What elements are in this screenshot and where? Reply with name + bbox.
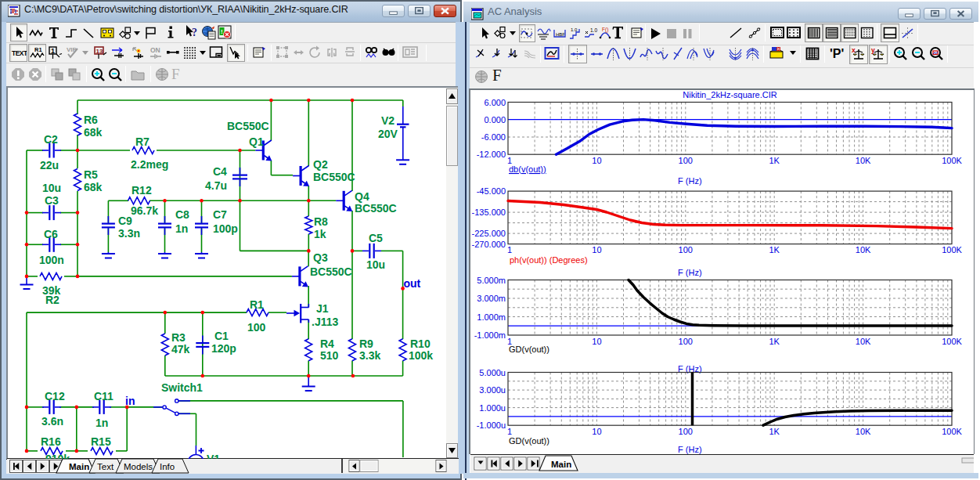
svg-text:!: ! [221, 28, 223, 35]
svg-text:1K: 1K [769, 156, 780, 165]
svg-text:10u: 10u [366, 258, 385, 271]
svg-text:100: 100 [679, 245, 693, 254]
svg-text:100K: 100K [942, 337, 962, 346]
svg-text:100p: 100p [213, 222, 238, 235]
svg-text:3.6n: 3.6n [41, 415, 63, 428]
svg-text:100: 100 [679, 337, 693, 346]
svg-text:.J113: .J113 [312, 316, 338, 328]
svg-text:1K: 1K [769, 245, 780, 254]
svg-text:910k: 910k [45, 453, 70, 459]
svg-text:ON: ON [150, 46, 160, 54]
svg-text:3.000m: 3.000m [477, 294, 506, 303]
svg-text:Main: Main [69, 462, 89, 471]
svg-text:510: 510 [320, 349, 339, 362]
svg-text:100n: 100n [39, 254, 64, 266]
svg-text:F (Hz): F (Hz) [678, 364, 702, 374]
svg-text:5.000u: 5.000u [479, 368, 506, 377]
svg-text:10K: 10K [856, 245, 871, 254]
svg-text:100K: 100K [942, 156, 962, 165]
svg-text:22u: 22u [40, 159, 59, 171]
svg-text:10: 10 [592, 156, 601, 165]
svg-text:GD(v(out)): GD(v(out)) [509, 345, 549, 354]
svg-text:100: 100 [247, 321, 266, 334]
svg-text:C12: C12 [45, 390, 65, 402]
svg-text:1n: 1n [95, 417, 108, 429]
svg-text:100: 100 [679, 427, 693, 436]
svg-text:1k: 1k [314, 228, 326, 240]
svg-text:R15: R15 [91, 435, 111, 448]
svg-text:BC550C: BC550C [227, 120, 269, 132]
svg-text:10K: 10K [856, 156, 871, 165]
svg-text:GD(v(out)): GD(v(out)) [509, 436, 549, 446]
svg-text:C6: C6 [44, 228, 58, 240]
svg-text:R2: R2 [45, 294, 59, 306]
svg-text:1K: 1K [769, 337, 780, 346]
svg-text:BC550C: BC550C [310, 265, 352, 278]
svg-text:-12.000: -12.000 [477, 150, 506, 159]
svg-text:1: 1 [507, 156, 512, 165]
svg-text:V1: V1 [207, 453, 220, 459]
svg-text:C1: C1 [214, 330, 229, 342]
svg-text:1: 1 [507, 427, 512, 436]
svg-text:in: in [125, 395, 135, 407]
svg-text:-270.000: -270.000 [472, 240, 506, 249]
svg-text:C9: C9 [118, 215, 132, 227]
svg-text:C7: C7 [213, 208, 227, 221]
svg-text:100: 100 [679, 156, 693, 165]
svg-text:R10: R10 [410, 337, 431, 350]
svg-text:10: 10 [592, 245, 601, 254]
svg-text:3.3n: 3.3n [118, 227, 140, 240]
svg-text:100K: 100K [942, 427, 962, 436]
svg-text:1: 1 [507, 245, 512, 254]
svg-text:10: 10 [592, 427, 601, 436]
svg-text:5.000m: 5.000m [477, 276, 506, 285]
svg-text:R16: R16 [41, 435, 61, 448]
svg-text:TEXT: TEXT [12, 49, 27, 57]
svg-text:F (Hz): F (Hz) [678, 268, 702, 277]
svg-text:10u: 10u [42, 182, 61, 194]
svg-text:?: ? [192, 27, 197, 38]
svg-text:96.7k: 96.7k [131, 204, 158, 217]
svg-text:BC550C: BC550C [313, 171, 355, 183]
svg-text:20V: 20V [378, 128, 398, 140]
svg-text:3.000u: 3.000u [479, 385, 506, 395]
svg-text:1: 1 [51, 47, 55, 55]
svg-text:4.7u: 4.7u [205, 179, 227, 192]
svg-text:R6: R6 [84, 114, 98, 126]
svg-text:BC550C: BC550C [355, 202, 397, 215]
svg-text:'P': 'P' [830, 47, 844, 60]
svg-text:47k: 47k [171, 343, 190, 355]
svg-text:db(v(out)): db(v(out)) [509, 164, 546, 174]
svg-text:ph(v(out)) (Degrees): ph(v(out)) (Degrees) [510, 255, 588, 265]
svg-text:J1: J1 [316, 302, 329, 315]
svg-text:F (Hz): F (Hz) [678, 445, 702, 454]
svg-text:C4: C4 [213, 165, 227, 178]
svg-text:-1.000m: -1.000m [474, 330, 506, 340]
svg-text:F: F [171, 67, 180, 82]
svg-text:68k: 68k [84, 126, 103, 139]
svg-text:F (Hz): F (Hz) [678, 176, 702, 186]
svg-text:F(): F() [602, 27, 608, 33]
svg-text:1K: 1K [769, 427, 780, 436]
svg-text:R1: R1 [250, 298, 264, 311]
svg-text:120p: 120p [211, 342, 236, 355]
svg-text:Q2: Q2 [313, 158, 328, 171]
svg-text:1.000u: 1.000u [479, 403, 506, 413]
svg-text:68k: 68k [84, 181, 103, 193]
svg-text:R5: R5 [84, 168, 98, 181]
svg-text:-1.000u: -1.000u [477, 420, 506, 430]
svg-text:R7: R7 [135, 135, 150, 148]
svg-text:Models: Models [124, 462, 153, 471]
svg-text:C8: C8 [175, 208, 189, 221]
svg-text:Text: Text [97, 462, 114, 471]
svg-text:100K: 100K [942, 245, 962, 254]
svg-text:C5: C5 [369, 232, 383, 244]
svg-text:R4: R4 [320, 337, 334, 350]
svg-text:1.000m: 1.000m [477, 312, 506, 322]
svg-text:C3: C3 [45, 194, 59, 207]
svg-text:C2: C2 [44, 133, 58, 146]
svg-text:1.0: 1.0 [590, 27, 597, 33]
svg-text:R12: R12 [132, 184, 152, 197]
svg-text:F: F [492, 67, 502, 84]
svg-text:R9: R9 [359, 337, 373, 350]
